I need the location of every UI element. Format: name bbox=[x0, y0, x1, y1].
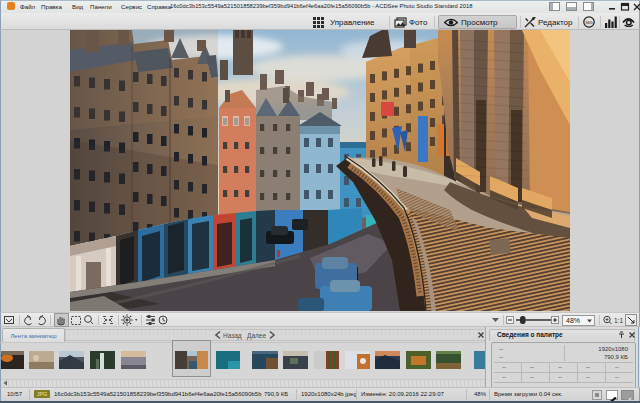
svg-text:365: 365 bbox=[585, 20, 593, 25]
svg-text:1:1: 1:1 bbox=[614, 317, 623, 324]
svg-text:Далее: Далее bbox=[247, 332, 266, 340]
svg-text:Назад: Назад bbox=[223, 332, 242, 340]
svg-text:48%: 48% bbox=[566, 317, 580, 324]
